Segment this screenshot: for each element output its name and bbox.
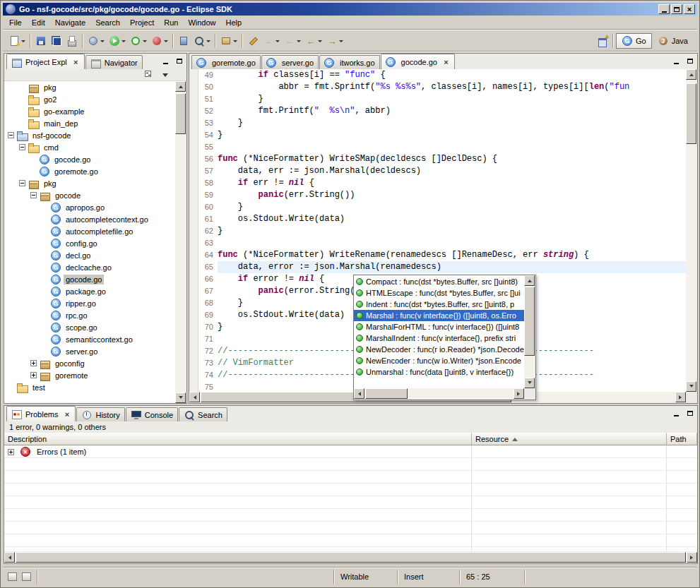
minimize-view-button[interactable] [671,409,682,418]
tree-item-config-go[interactable]: config.go [4,237,175,249]
tree-item-rpc-go[interactable]: rpc.go [4,309,175,321]
run-last-button[interactable] [128,33,149,49]
code-line-52[interactable]: 52 fmt.Printf(" %s\n", abbr) [198,105,686,117]
autocomplete-item-newdecoder[interactable]: NewDecoder : func(r io.Reader) *json.Dec… [354,344,524,355]
scroll-down-button[interactable] [524,378,535,388]
tree-item-decl-go[interactable]: decl.go [4,249,175,261]
scroll-left-button[interactable] [4,552,15,563]
scroll-left-button[interactable] [354,388,364,399]
close-icon[interactable]: × [442,58,450,66]
title-bar[interactable]: Go - nsf-gocode/src/pkg/gocode/gocode.go… [3,3,697,16]
problems-horizontal-scrollbar[interactable] [4,552,697,563]
collapse-icon[interactable] [19,144,25,150]
code-line-56[interactable]: 56func (*NiceFormatter) WriteSMap(declde… [198,153,686,165]
tree-item-go2[interactable]: go2 [4,93,175,105]
tree-item-apropos-go[interactable]: apropos.go [4,201,175,213]
tree-item-gocode-go[interactable]: gocode.go [4,273,175,285]
code-line-54[interactable]: 54} [198,129,686,141]
collapse-icon[interactable] [19,180,25,186]
tree-item-gocode-go[interactable]: gocode.go [4,153,175,165]
autocomplete-item-indent[interactable]: Indent : func(dst *bytes.Buffer, src []u… [354,299,524,310]
autocomplete-item-htmlescape[interactable]: HTMLEscape : func(dst *bytes.Buffer, src… [354,287,524,299]
scroll-right-button[interactable] [675,392,686,402]
scroll-up-button[interactable] [686,69,696,80]
view-tab-console[interactable]: Console [126,407,178,421]
popup-vertical-scrollbar[interactable] [524,275,535,388]
minimize-view-button[interactable] [671,56,682,66]
menu-item-search[interactable]: Search [90,16,125,29]
collapse-icon[interactable] [8,132,14,138]
editor-tab-goremote-go[interactable]: goremote.go [191,55,261,69]
tree-item-autocompletefile-go[interactable]: autocompletefile.go [4,225,175,237]
tree-item-cmd[interactable]: cmd [4,141,175,153]
code-line-60[interactable]: 60 } [198,201,686,213]
profile-button[interactable] [149,33,170,49]
scroll-down-button[interactable] [175,392,186,403]
tree-item-test[interactable]: test [4,381,175,393]
maximize-view-button[interactable] [684,409,695,418]
tree-item-goconfig[interactable]: goconfig [4,357,175,369]
code-line-59[interactable]: 59 panic(err.String()) [198,189,686,201]
expand-icon[interactable] [30,372,37,378]
maximize-view-button[interactable] [174,56,184,66]
autocomplete-list[interactable]: Compact : func(dst *bytes.Buffer, src []… [354,276,524,388]
collapse-icon[interactable] [30,192,37,198]
scroll-thumb[interactable] [365,388,408,399]
tree-item-nsf-gocode[interactable]: nsf-gocode [4,129,175,141]
close-icon[interactable]: × [63,410,71,419]
view-tab-history[interactable]: History [76,407,124,421]
editor-tab-gocode-go[interactable]: gocode.go× [381,54,455,69]
back-button[interactable] [303,33,324,49]
dropdown-arrow-icon[interactable] [233,40,237,44]
menu-item-project[interactable]: Project [125,16,159,29]
minimize-view-button[interactable] [160,56,171,66]
code-line-50[interactable]: 50 abbr = fmt.Sprintf("%s %s%s", classes… [198,81,686,93]
save-all-button[interactable] [49,33,64,49]
autocomplete-item-marshal[interactable]: Marshal : func(v interface{}) ([]uint8, … [354,310,524,321]
editor-tab-server-go[interactable]: server.go [261,55,319,69]
autocomplete-item-unmarshal[interactable]: Unmarshal : func(data []uint8, v interfa… [354,366,524,378]
code-line-55[interactable]: 55 [198,141,686,153]
prev-annotation-button[interactable] [282,33,303,49]
menu-item-help[interactable]: Help [221,16,247,29]
column-header-description[interactable]: Description [4,433,472,445]
scroll-down-button[interactable] [686,381,696,392]
perspective-go[interactable]: Go [616,33,652,49]
tree-item-pkg[interactable]: pkg [4,81,175,93]
dropdown-arrow-icon[interactable] [143,40,147,44]
tree-item-go-example[interactable]: go-example [4,105,175,117]
autocomplete-item-marshalindent[interactable]: MarshalIndent : func(v interface{}, pref… [354,332,524,344]
expand-icon[interactable] [30,360,37,366]
close-button[interactable]: × [684,4,695,14]
run-button[interactable] [107,33,128,49]
code-line-62[interactable]: 62} [198,225,686,237]
autocomplete-item-newencoder[interactable]: NewEncoder : func(w io.Writer) *json.Enc… [354,355,524,366]
save-button[interactable] [33,33,49,49]
menu-item-navigate[interactable]: Navigate [50,16,90,29]
tree-item-semanticcontext-go[interactable]: semanticcontext.go [4,333,175,345]
scroll-up-button[interactable] [175,81,186,92]
tree-item-scope-go[interactable]: scope.go [4,321,175,333]
editor-tab-itworks-go[interactable]: itworks.go [319,55,380,69]
code-line-65[interactable]: 65 data, error := json.Marshal(renamedes… [198,261,686,273]
open-perspective-button[interactable] [595,33,610,49]
tree-item-autocompletecontext-go[interactable]: autocompletecontext.go [4,213,175,225]
tree-item-gocode[interactable]: gocode [4,189,175,201]
scroll-right-button[interactable] [687,552,697,563]
dropdown-arrow-icon[interactable] [121,40,126,44]
perspective-java[interactable]: Java [652,33,694,49]
code-line-49[interactable]: 49 if classes[i] == "func" { [198,69,686,81]
menu-item-edit[interactable]: Edit [27,16,50,29]
new-wizard-button[interactable] [6,33,28,49]
scroll-right-button[interactable] [514,388,524,399]
explorer-vertical-scrollbar[interactable] [175,81,186,403]
tree-item-goremote-go[interactable]: goremote.go [4,165,175,177]
menu-item-run[interactable]: Run [159,16,183,29]
scroll-thumb[interactable] [524,287,535,356]
autocomplete-item-compact[interactable]: Compact : func(dst *bytes.Buffer, src []… [354,276,524,287]
scroll-thumb[interactable] [686,83,696,144]
next-annotation-button[interactable] [261,33,282,49]
editor-vertical-scrollbar[interactable] [686,69,697,392]
tree-item-pkg[interactable]: pkg [4,177,175,189]
tree-item-package-go[interactable]: package.go [4,285,175,297]
